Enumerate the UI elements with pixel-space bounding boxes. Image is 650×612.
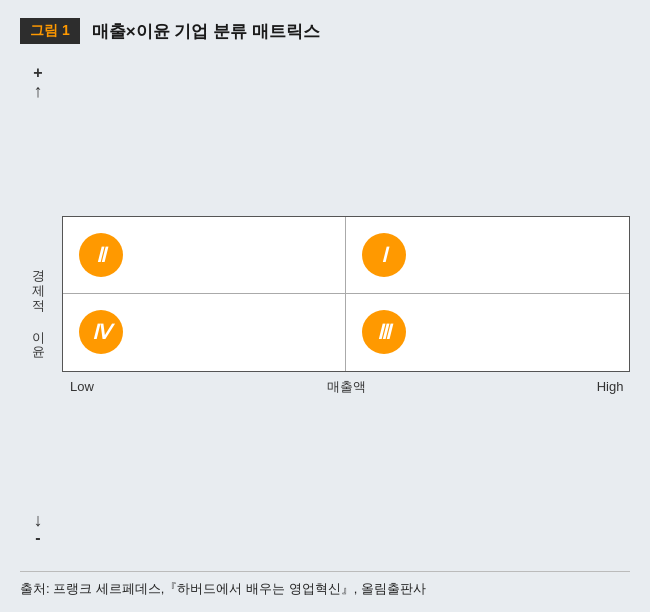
footer-text: 출처: 프랭크 세르페데스,『하버드에서 배우는 영업혁신』, 올림출판사 [20,581,426,596]
figure-prefix: 그림 [30,22,58,38]
figure-label: 그림 1 [20,18,80,44]
matrix: Ⅱ Ⅰ Ⅳ Ⅲ [62,216,630,372]
x-axis-center-label: 매출액 [100,378,592,396]
x-axis-high: High [592,379,628,394]
figure-number: 1 [62,22,70,38]
quadrant-I: Ⅰ [346,217,629,294]
y-axis-top: + ↑ [33,64,42,100]
header: 그림 1 매출×이윤 기업 분류 매트릭스 [20,18,630,44]
badge-IV: Ⅳ [79,310,123,354]
y-axis-plus: + [33,64,42,82]
y-axis-label: 경제적 이윤 [29,260,47,352]
y-axis-minus: - [35,529,40,547]
quadrant-II: Ⅱ [63,217,346,294]
x-axis: Low 매출액 High [62,378,630,396]
chart-title: 매출×이윤 기업 분류 매트릭스 [92,20,320,43]
badge-I: Ⅰ [362,233,406,277]
y-axis-arrow-down: ↓ [34,511,43,529]
y-axis: + ↑ 경제적 이윤 ↓ - [20,60,56,551]
x-axis-low: Low [64,379,100,394]
chart-area: + ↑ 경제적 이윤 ↓ - Ⅱ Ⅰ Ⅳ [20,60,630,551]
footer: 출처: 프랭크 세르페데스,『하버드에서 배우는 영업혁신』, 올림출판사 [20,571,630,598]
y-axis-bottom: ↓ - [34,511,43,547]
matrix-wrapper: Ⅱ Ⅰ Ⅳ Ⅲ Low 매출액 High [62,216,630,396]
badge-II: Ⅱ [79,233,123,277]
quadrant-III: Ⅲ [346,294,629,371]
y-axis-arrow-up: ↑ [34,82,43,100]
badge-III: Ⅲ [362,310,406,354]
quadrant-IV: Ⅳ [63,294,346,371]
